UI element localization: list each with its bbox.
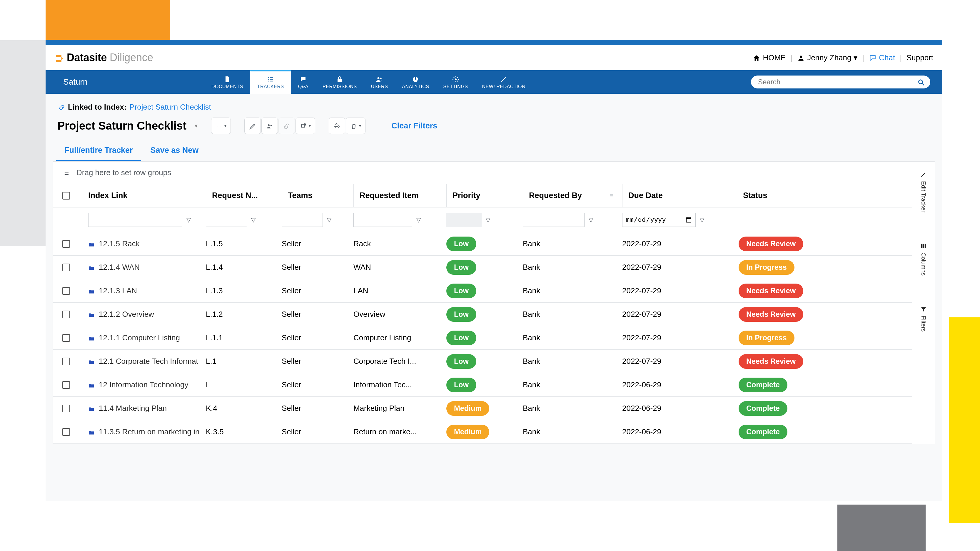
filter-icon[interactable]: ▽ [186, 217, 191, 223]
index-link[interactable]: 12.1.1 Computer Listing [99, 333, 180, 342]
svg-rect-12 [925, 244, 926, 248]
filter-due-input[interactable] [622, 213, 696, 227]
nav-label: ANALYTICS [402, 84, 429, 89]
group-hint-bar[interactable]: Drag here to set row groups [53, 162, 912, 184]
table-row[interactable]: 12.1.2 OverviewL.1.2SellerOverviewLowBan… [53, 303, 912, 326]
column-menu-icon[interactable]: ≡ [609, 192, 613, 200]
add-button[interactable]: ＋▾ [211, 118, 231, 134]
link-button[interactable] [278, 118, 295, 134]
table-row[interactable]: 12.1.4 WANL.1.4SellerWANLowBank2022-07-2… [53, 256, 912, 279]
row-checkbox[interactable] [62, 240, 70, 248]
cell-reqby: Bank [523, 310, 622, 319]
tab-save-as-new[interactable]: Save as New [151, 146, 199, 161]
tab-full-tracker[interactable]: Full/entire Tracker [64, 146, 133, 161]
cell-reqname: K.4 [206, 404, 282, 413]
table-row[interactable]: 12.1.1 Computer ListingL.1.1SellerComput… [53, 326, 912, 350]
hdr-priority[interactable]: Priority [446, 184, 523, 207]
recycle-button[interactable] [329, 118, 345, 134]
clear-filters-link[interactable]: Clear Filters [391, 121, 437, 130]
cell-teams: Seller [282, 239, 353, 248]
filter-icon[interactable]: ▽ [416, 217, 421, 223]
index-link[interactable]: 12.1.4 WAN [99, 263, 140, 272]
brand: Datasite Diligence [54, 51, 153, 64]
delete-button[interactable]: ▾ [346, 118, 366, 134]
table-row[interactable]: 12.1.5 RackL.1.5SellerRackLowBank2022-07… [53, 232, 912, 256]
row-checkbox[interactable] [62, 264, 70, 271]
trackers-icon [267, 75, 274, 83]
filter-icon[interactable]: ▽ [251, 217, 256, 223]
filter-reqname-input[interactable] [206, 213, 247, 227]
hdr-due[interactable]: Due Date [622, 184, 737, 207]
brand-name: Datasite [67, 51, 107, 64]
table-row[interactable]: 12.1.3 LANL.1.3SellerLANLowBank2022-07-2… [53, 279, 912, 303]
row-checkbox[interactable] [62, 311, 70, 318]
index-link[interactable]: 11.3.5 Return on marketing in [99, 427, 200, 437]
nav-label: SETTINGS [443, 84, 468, 89]
cell-reqby: Bank [523, 239, 622, 248]
export-button[interactable]: ▾ [296, 118, 315, 134]
row-checkbox[interactable] [62, 405, 70, 412]
filter-reqitem-input[interactable] [353, 213, 412, 227]
filter-priority-input[interactable] [446, 213, 482, 227]
hdr-teams[interactable]: Teams [282, 184, 353, 207]
index-link[interactable]: 11.4 Marketing Plan [99, 404, 167, 413]
cell-reqby: Bank [523, 404, 622, 413]
filter-index-input[interactable] [88, 213, 182, 227]
edit-button[interactable] [244, 118, 261, 134]
assign-users-button[interactable] [261, 118, 278, 134]
side-tab-columns[interactable]: Columns [920, 242, 927, 276]
nav-settings[interactable]: SETTINGS [436, 70, 475, 94]
row-checkbox[interactable] [62, 428, 70, 436]
home-link[interactable]: HOME [753, 53, 786, 62]
status-pill: Needs Review [738, 307, 803, 322]
side-tab-edit[interactable]: Edit Tracker [920, 170, 927, 213]
nav-qa[interactable]: Q&A [291, 70, 315, 94]
index-link[interactable]: 12 Information Technology [99, 380, 188, 389]
filter-reqby-input[interactable] [523, 213, 584, 227]
nav-analytics[interactable]: ANALYTICS [395, 70, 436, 94]
filter-icon[interactable]: ▽ [700, 217, 704, 223]
hdr-index[interactable]: Index Link [80, 184, 206, 207]
filter-icon[interactable]: ▽ [589, 217, 593, 223]
nav-trackers[interactable]: TRACKERS [250, 70, 291, 94]
chat-link[interactable]: Chat [869, 53, 895, 62]
hdr-reqby[interactable]: Requested By≡ [523, 184, 622, 207]
title-dropdown[interactable]: ▾ [195, 122, 197, 129]
cell-reqname: K.3.5 [206, 427, 282, 437]
user-menu[interactable]: Jenny Zhang ▾ [797, 53, 858, 62]
nav-permissions[interactable]: PERMISSIONS [315, 70, 364, 94]
separator: | [790, 53, 792, 62]
cell-reqby: Bank [523, 427, 622, 437]
index-link[interactable]: 12.1.5 Rack [99, 239, 140, 248]
index-link[interactable]: 12.1.2 Overview [99, 310, 154, 319]
select-all-checkbox[interactable] [62, 192, 70, 200]
table-row[interactable]: 11.4 Marketing PlanK.4SellerMarketing Pl… [53, 397, 912, 420]
row-checkbox[interactable] [62, 357, 70, 365]
priority-pill: Low [446, 378, 476, 392]
search-input[interactable] [751, 76, 930, 89]
filter-icon[interactable]: ▽ [486, 217, 490, 223]
table-row[interactable]: 11.3.5 Return on marketing inK.3.5Seller… [53, 420, 912, 444]
index-link[interactable]: 12.1.3 LAN [99, 286, 137, 295]
priority-pill: Medium [446, 425, 489, 439]
filter-icon[interactable]: ▽ [327, 217, 331, 223]
hdr-status[interactable]: Status [737, 184, 912, 207]
nav-documents[interactable]: DOCUMENTS [204, 70, 250, 94]
hdr-reqname[interactable]: Request N... [206, 184, 282, 207]
app-shell: Datasite Diligence HOME | Jenny Zhang ▾ … [46, 45, 942, 501]
row-checkbox[interactable] [62, 381, 70, 389]
side-tab-filters[interactable]: Filters [920, 305, 927, 332]
table-row[interactable]: 12.1 Corporate Tech InformatL.1SellerCor… [53, 350, 912, 373]
table-row[interactable]: 12 Information TechnologyLSellerInformat… [53, 373, 912, 397]
linked-index-link[interactable]: Project Saturn Checklist [129, 103, 211, 112]
priority-pill: Medium [446, 401, 489, 416]
support-link[interactable]: Support [907, 53, 933, 62]
index-link[interactable]: 12.1 Corporate Tech Informat [99, 357, 198, 366]
row-checkbox[interactable] [62, 287, 70, 295]
cell-teams: Seller [282, 357, 353, 366]
nav-users[interactable]: USERS [364, 70, 395, 94]
nav-redaction[interactable]: NEW! REDACTION [475, 70, 533, 94]
hdr-reqitem[interactable]: Requested Item [353, 184, 446, 207]
row-checkbox[interactable] [62, 334, 70, 342]
filter-teams-input[interactable] [282, 213, 323, 227]
